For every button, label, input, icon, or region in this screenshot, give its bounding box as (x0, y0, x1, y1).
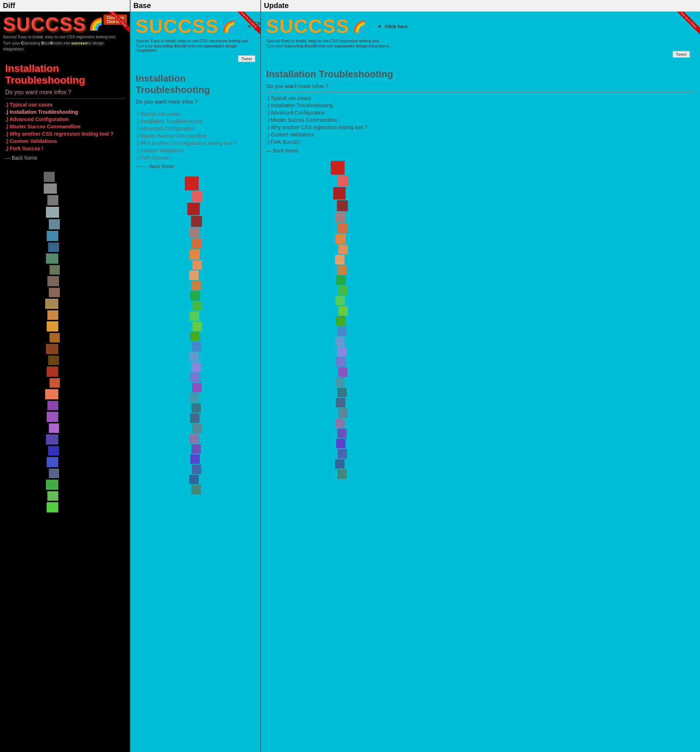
list-item[interactable]: .) Installation Troubleshooting (5, 109, 125, 115)
update-logo-text: SUCCSS (266, 15, 350, 37)
list-item[interactable]: .) Advanced Configuration (5, 117, 125, 122)
diff-logo-area: SUCCSS 🌈 Click here Click here Fork me o… (0, 12, 130, 56)
diff-nav-list: .) Typical use cases .) Installation Tro… (5, 102, 125, 151)
base-logo-text: SUCCSS (136, 15, 219, 37)
update-nav-list: .) Typical use cases .) Installation Tro… (266, 95, 695, 145)
nav-link-why[interactable]: .) Why another CSS regression testing to… (5, 131, 113, 137)
diff-logo-text: SUCCSS (3, 15, 86, 34)
list-item[interactable]: .) Master Succss Commandline (266, 117, 695, 123)
update-nav-install[interactable]: .) Installation Troubleshooting (266, 103, 333, 108)
update-swatches (334, 161, 349, 479)
list-item[interactable]: .) Why another CSS regression testing to… (5, 131, 125, 137)
base-fork-ribbon: Fork me on Github (234, 12, 260, 36)
list-item[interactable]: .) Master Succss Commandline (136, 133, 255, 138)
update-nav-advanced[interactable]: .) Advanced Configuration (266, 110, 325, 116)
update-tagline1: Succss! Easy to install, easy to use CSS… (266, 39, 695, 43)
list-item[interactable]: .) Installation Troubleshooting (136, 118, 255, 124)
update-tweet-btn[interactable]: Tweet (673, 51, 690, 57)
base-content: Installation Troubleshooting Do you want… (130, 66, 260, 173)
update-header: Update (261, 0, 700, 12)
base-tagline2: Turn your Cascading StiyeSheets into suc… (136, 44, 255, 53)
base-header: Base (130, 0, 260, 12)
base-nav-why[interactable]: .) Why another CSS regression testing to… (136, 140, 237, 146)
base-nav-list: .) Typical use cases .) Installation Tro… (136, 111, 255, 160)
update-back-home[interactable]: — Back home (266, 148, 695, 154)
diff-swatches (0, 172, 130, 463)
update-page-title: Installation Troubleshooting (266, 68, 695, 80)
update-nav-fork[interactable]: .) Fork Succss ! (266, 139, 301, 145)
nav-link-install[interactable]: .) Installation Troubleshooting (5, 109, 78, 115)
update-tagline2: Turn your Cascading StiyeSheets into suc… (266, 44, 695, 48)
list-item[interactable]: .) Custom Validations (5, 138, 125, 144)
diff-rainbow-icon: 🌈 (88, 17, 103, 31)
base-nav-custom[interactable]: .) Custom Validations (136, 148, 184, 153)
base-tweet-btn[interactable]: Tweet (238, 56, 255, 62)
update-subtitle: Do you want more infos ? (266, 83, 695, 89)
list-item[interactable]: .) Advanced Configuration (266, 110, 695, 116)
nav-link-typical[interactable]: .) Typical use cases (5, 102, 53, 107)
diff-page-title: Installation Troubleshooting (5, 63, 125, 86)
base-panel: Base SUCCSS 🌈 ◄ Click here Fork me on Gi… (130, 0, 261, 752)
diff-header: Diff (0, 0, 130, 12)
diff-fork-ribbon: Fork me on Github (104, 12, 130, 33)
list-item[interactable]: .) Custom Validations (136, 148, 255, 153)
list-item[interactable]: .) Why another CSS regression testing to… (266, 124, 695, 130)
list-item[interactable]: .) Fork Succss ! (5, 146, 125, 151)
update-nav-master[interactable]: .) Master Succss Commandline (266, 117, 337, 123)
diff-divider (5, 98, 125, 99)
update-rainbow-icon: 🌈 (352, 20, 366, 33)
base-nav-fork[interactable]: .) Fork Succss ! (136, 155, 171, 160)
base-logo-area: SUCCSS 🌈 ◄ Click here Fork me on Github … (130, 12, 260, 66)
update-nav-typical[interactable]: .) Typical use cases (266, 95, 311, 101)
update-logo-area: SUCCSS 🌈 ◄ Click here Fork me on Github … (261, 12, 700, 61)
list-item[interactable]: .) Typical use cases (266, 95, 695, 101)
nav-link-master[interactable]: .) Master Succss Commandline (5, 124, 81, 129)
base-divider (136, 107, 255, 108)
update-arrow-icon: ◄ (376, 23, 382, 30)
diff-content: Installation Troubleshooting Do you want… (0, 56, 130, 165)
list-item[interactable]: .) Fork Succss ! (136, 155, 255, 160)
update-nav-why[interactable]: .) Why another CSS regression testing to… (266, 124, 367, 130)
base-nav-typical[interactable]: .) Typical use cases (136, 111, 180, 117)
base-page-title: Installation Troubleshooting (136, 73, 255, 96)
update-divider (266, 92, 695, 92)
base-subtitle: Do you want more infos ? (136, 98, 255, 105)
list-item[interactable]: .) Typical use cases (5, 102, 125, 107)
list-item[interactable]: .) Fork Succss ! (266, 139, 695, 145)
nav-link-fork[interactable]: .) Fork Succss ! (5, 146, 43, 151)
base-swatches-container (130, 177, 260, 505)
update-content: Installation Troubleshooting Do you want… (261, 61, 700, 157)
base-back-home[interactable]: --- — Back home (136, 163, 255, 169)
update-panel: Update SUCCSS 🌈 ◄ Click here Fork me on … (261, 0, 700, 752)
list-item[interactable]: .) Master Succss Commandline (5, 124, 125, 129)
diff-panel: Diff SUCCSS 🌈 Click here Click here Fork… (0, 0, 130, 752)
list-item[interactable]: .) Advanced Configuration (136, 126, 255, 131)
update-click-here-label[interactable]: Click here (385, 24, 408, 29)
list-item[interactable]: .) Why another CSS regression testing to… (136, 140, 255, 146)
nav-link-advanced[interactable]: .) Advanced Configuration (5, 117, 68, 122)
list-item[interactable]: .) Installation Troubleshooting (266, 103, 695, 108)
base-nav-master[interactable]: .) Master Succss Commandline (136, 133, 207, 138)
diff-subtitle: Do you want more infos ? (5, 89, 125, 96)
update-nav-custom[interactable]: .) Custom Validations (266, 132, 314, 137)
list-item[interactable]: .) Typical use cases (136, 111, 255, 117)
diff-back-home[interactable]: — Back home (5, 155, 125, 161)
base-nav-advanced[interactable]: .) Advanced Configuration (136, 126, 194, 131)
list-item[interactable]: .) Custom Validations (266, 132, 695, 137)
nav-link-custom[interactable]: .) Custom Validations (5, 138, 57, 144)
update-swatches-container (261, 161, 700, 489)
diff-tagline2: Turn your Cascading StiyeSheets into suc… (3, 40, 127, 52)
base-nav-install[interactable]: .) Installation Troubleshooting (136, 118, 202, 124)
base-swatches (188, 177, 203, 494)
update-fork-ribbon: Fork me on Github (674, 12, 700, 36)
